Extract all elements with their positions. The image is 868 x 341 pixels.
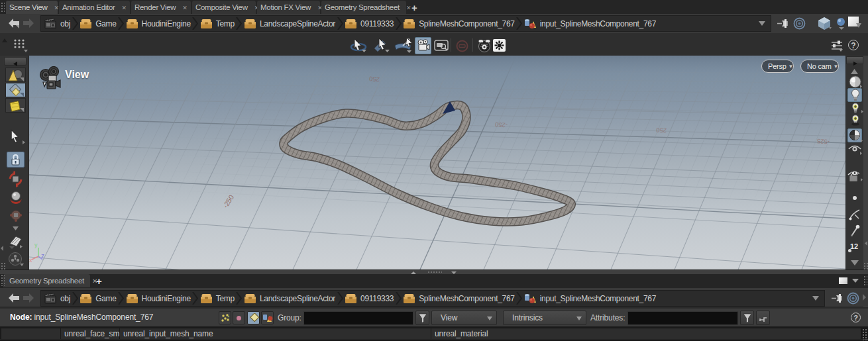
svg-text:-250: -250 <box>221 193 236 209</box>
svg-text:-250: -250 <box>495 121 508 129</box>
svg-text:x: x <box>29 257 32 264</box>
svg-text:250: 250 <box>656 126 667 134</box>
svg-text:-525: -525 <box>817 138 830 146</box>
svg-text:250: 250 <box>369 75 380 83</box>
svg-text:z: z <box>41 252 44 260</box>
svg-text:y: y <box>34 242 38 248</box>
